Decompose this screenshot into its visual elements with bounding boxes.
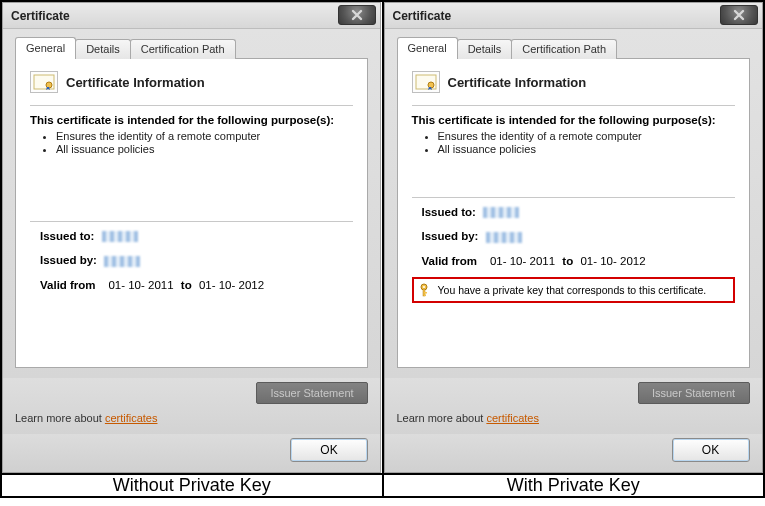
certificate-dialog-left: Certificate General Details Certificatio… <box>2 2 381 473</box>
close-icon <box>732 9 746 21</box>
separator <box>412 105 735 106</box>
private-key-notice: You have a private key that corresponds … <box>412 277 735 303</box>
valid-to-value: 01- 10- 2012 <box>199 279 264 291</box>
issued-by-value-redacted <box>104 256 140 267</box>
purpose-item: All issuance policies <box>438 143 735 155</box>
issued-by-value-redacted <box>486 232 522 243</box>
separator <box>412 197 735 198</box>
ok-button[interactable]: OK <box>290 438 368 462</box>
svg-rect-7 <box>424 292 427 294</box>
issued-by-row: Issued by: <box>30 254 353 266</box>
separator <box>30 221 353 222</box>
issued-to-row: Issued to: <box>412 206 735 218</box>
intended-heading: This certificate is intended for the fol… <box>412 114 735 126</box>
purpose-item: Ensures the identity of a remote compute… <box>438 130 735 142</box>
window-title: Certificate <box>393 9 452 23</box>
valid-row: Valid from 01- 10- 2011 to 01- 10- 2012 <box>412 255 735 267</box>
issuer-statement-button[interactable]: Issuer Statement <box>638 382 750 404</box>
window-title: Certificate <box>11 9 70 23</box>
learn-more-link[interactable]: certificates <box>105 412 158 424</box>
private-key-text: You have a private key that corresponds … <box>438 284 707 296</box>
certificate-icon <box>30 71 58 93</box>
separator <box>30 105 353 106</box>
tab-details[interactable]: Details <box>75 39 131 59</box>
tab-bar: General Details Certification Path <box>397 37 750 59</box>
valid-to-label: to <box>181 279 192 291</box>
tab-details[interactable]: Details <box>457 39 513 59</box>
certificate-info-heading: Certificate Information <box>66 75 205 90</box>
titlebar: Certificate <box>3 3 380 29</box>
issued-to-row: Issued to: <box>30 230 353 242</box>
valid-row: Valid from 01- 10- 2011 to 01- 10- 2012 <box>30 279 353 291</box>
issued-by-row: Issued by: <box>412 230 735 242</box>
issued-to-value-redacted <box>483 207 519 218</box>
caption-right: With Private Key <box>383 474 765 497</box>
issued-to-value-redacted <box>102 231 138 242</box>
close-icon <box>350 9 364 21</box>
purpose-list: Ensures the identity of a remote compute… <box>56 130 353 155</box>
intended-heading: This certificate is intended for the fol… <box>30 114 353 126</box>
comparison-table: Certificate General Details Certificatio… <box>0 0 765 498</box>
valid-from-label: Valid from <box>422 255 478 267</box>
valid-from-value: 01- 10- 2011 <box>490 255 555 267</box>
tab-certification-path[interactable]: Certification Path <box>130 39 236 59</box>
learn-more-link[interactable]: certificates <box>486 412 539 424</box>
titlebar: Certificate <box>385 3 762 29</box>
purpose-item: All issuance policies <box>56 143 353 155</box>
purpose-item: Ensures the identity of a remote compute… <box>56 130 353 142</box>
certificate-icon <box>412 71 440 93</box>
tab-general[interactable]: General <box>15 37 76 59</box>
close-button[interactable] <box>338 5 376 25</box>
ok-button[interactable]: OK <box>672 438 750 462</box>
key-icon <box>420 283 432 297</box>
valid-to-label: to <box>562 255 573 267</box>
general-panel: Certificate Information This certificate… <box>15 58 368 368</box>
issued-by-label: Issued by: <box>40 254 97 266</box>
issuer-statement-button[interactable]: Issuer Statement <box>256 382 368 404</box>
purpose-list: Ensures the identity of a remote compute… <box>438 130 735 155</box>
valid-to-value: 01- 10- 2012 <box>580 255 645 267</box>
valid-from-label: Valid from <box>40 279 96 291</box>
tab-certification-path[interactable]: Certification Path <box>511 39 617 59</box>
issued-to-label: Issued to: <box>422 206 476 218</box>
svg-rect-8 <box>424 294 426 296</box>
learn-more-text: Learn more about certificates <box>397 412 750 424</box>
issued-to-label: Issued to: <box>40 230 94 242</box>
certificate-info-heading: Certificate Information <box>448 75 587 90</box>
issued-by-label: Issued by: <box>422 230 479 242</box>
certificate-dialog-right: Certificate General Details Certificatio… <box>384 2 763 473</box>
caption-left: Without Private Key <box>1 474 383 497</box>
valid-from-value: 01- 10- 2011 <box>108 279 173 291</box>
general-panel: Certificate Information This certificate… <box>397 58 750 368</box>
close-button[interactable] <box>720 5 758 25</box>
learn-more-text: Learn more about certificates <box>15 412 368 424</box>
svg-point-5 <box>423 286 425 288</box>
tab-general[interactable]: General <box>397 37 458 59</box>
tab-bar: General Details Certification Path <box>15 37 368 59</box>
